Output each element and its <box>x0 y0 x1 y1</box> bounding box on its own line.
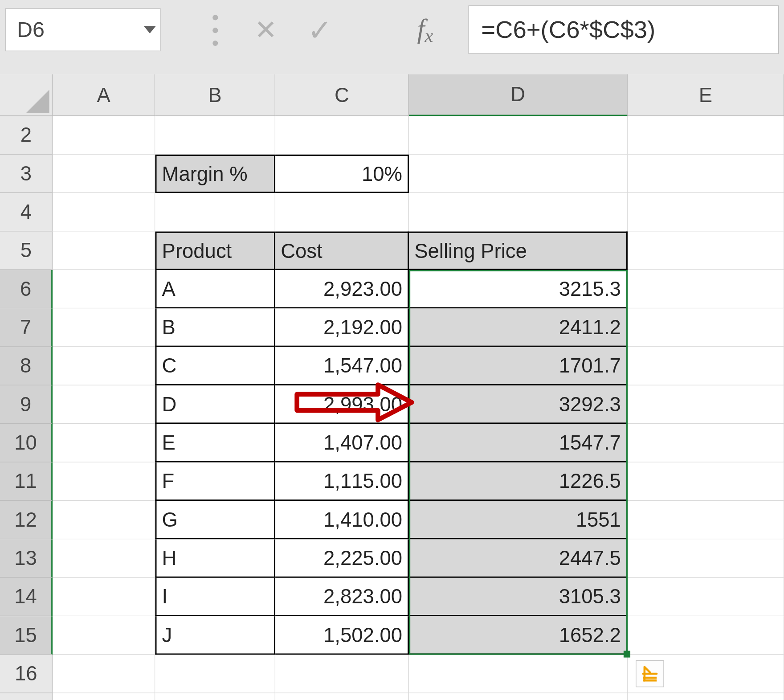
row-header[interactable]: 14 <box>0 578 53 616</box>
cell[interactable] <box>53 308 155 347</box>
cell-selling[interactable]: 1551 <box>409 501 628 539</box>
cell-cost[interactable]: 1,502.00 <box>275 616 409 655</box>
cell-product[interactable]: A <box>155 270 275 308</box>
cell-selling[interactable]: 3215.3 <box>409 270 628 308</box>
cell-product[interactable]: H <box>155 539 275 577</box>
cell-header-product[interactable]: Product <box>155 232 275 270</box>
cell[interactable] <box>53 193 155 231</box>
cell-selling[interactable]: 1701.7 <box>409 347 628 385</box>
cell[interactable] <box>409 693 628 700</box>
cell-selling[interactable]: 1226.5 <box>409 463 628 501</box>
cell-cost[interactable]: 2,993.00 <box>275 385 409 424</box>
cell[interactable] <box>628 308 784 347</box>
cell-selling[interactable]: 3105.3 <box>409 578 628 616</box>
cell-cost[interactable]: 2,923.00 <box>275 270 409 308</box>
formula-input[interactable] <box>468 5 779 54</box>
cell[interactable] <box>275 193 409 231</box>
cell-product[interactable]: B <box>155 308 275 347</box>
cell-cost[interactable]: 2,225.00 <box>275 539 409 577</box>
cell-header-cost[interactable]: Cost <box>275 232 409 270</box>
cell[interactable] <box>53 270 155 308</box>
cell[interactable] <box>53 616 155 655</box>
cell[interactable] <box>53 655 155 693</box>
cell[interactable] <box>628 424 784 462</box>
row-header[interactable]: 13 <box>0 539 53 577</box>
cell[interactable] <box>628 155 784 193</box>
cell-margin-label[interactable]: Margin % <box>155 155 275 193</box>
cell[interactable] <box>409 116 628 155</box>
cell[interactable] <box>53 463 155 501</box>
cell[interactable] <box>409 193 628 231</box>
cell[interactable] <box>628 463 784 501</box>
cell[interactable] <box>628 385 784 424</box>
cell[interactable] <box>53 155 155 193</box>
row-header[interactable]: 10 <box>0 424 53 462</box>
cell[interactable] <box>275 655 409 693</box>
cell-selling[interactable]: 1547.7 <box>409 424 628 462</box>
row-header[interactable]: 15 <box>0 616 53 655</box>
cell[interactable] <box>628 116 784 155</box>
cell-cost[interactable]: 1,115.00 <box>275 463 409 501</box>
cell-selling[interactable]: 3292.3 <box>409 385 628 424</box>
insert-function-button[interactable]: fx <box>398 8 452 51</box>
cell-product[interactable]: E <box>155 424 275 462</box>
cell[interactable] <box>628 501 784 539</box>
cell-product[interactable]: J <box>155 616 275 655</box>
cell[interactable] <box>628 578 784 616</box>
cell[interactable] <box>53 501 155 539</box>
cell[interactable] <box>155 693 275 700</box>
cell[interactable] <box>409 655 628 693</box>
autofill-options-button[interactable] <box>636 660 664 688</box>
chevron-down-icon[interactable] <box>144 26 156 33</box>
cell[interactable] <box>628 270 784 308</box>
row-header[interactable]: 8 <box>0 347 53 385</box>
cell-header-selling[interactable]: Selling Price <box>409 232 628 270</box>
cell[interactable] <box>53 578 155 616</box>
cell-selling[interactable]: 2411.2 <box>409 308 628 347</box>
col-header-D[interactable]: D <box>409 74 628 116</box>
row-header[interactable]: 7 <box>0 308 53 347</box>
cell-margin-value[interactable]: 10% <box>275 155 409 193</box>
cell-cost[interactable]: 1,547.00 <box>275 347 409 385</box>
cell[interactable] <box>275 116 409 155</box>
cell[interactable] <box>53 385 155 424</box>
cell-product[interactable]: I <box>155 578 275 616</box>
row-header[interactable]: 12 <box>0 501 53 539</box>
cell[interactable] <box>628 693 784 700</box>
cell[interactable] <box>53 116 155 155</box>
cell[interactable] <box>275 693 409 700</box>
col-header-C[interactable]: C <box>275 74 409 116</box>
cell-product[interactable]: G <box>155 501 275 539</box>
row-header[interactable]: 3 <box>0 155 53 193</box>
cancel-icon[interactable]: ✕ <box>245 8 286 51</box>
col-header-A[interactable]: A <box>53 74 155 116</box>
enter-icon[interactable]: ✓ <box>300 8 340 51</box>
cell[interactable] <box>409 155 628 193</box>
row-header[interactable]: 11 <box>0 463 53 501</box>
cell-cost[interactable]: 1,407.00 <box>275 424 409 462</box>
cell[interactable] <box>155 193 275 231</box>
row-header[interactable]: 4 <box>0 193 53 231</box>
cell[interactable] <box>53 232 155 270</box>
select-all-triangle[interactable] <box>0 74 53 116</box>
cell[interactable] <box>628 232 784 270</box>
col-header-E[interactable]: E <box>628 74 784 116</box>
row-header[interactable]: 6 <box>0 270 53 308</box>
row-header[interactable]: 16 <box>0 655 53 693</box>
cell[interactable] <box>155 116 275 155</box>
cell-product[interactable]: F <box>155 463 275 501</box>
col-header-B[interactable]: B <box>155 74 275 116</box>
cell-cost[interactable]: 2,823.00 <box>275 578 409 616</box>
cell[interactable] <box>628 193 784 231</box>
cell[interactable] <box>53 424 155 462</box>
cell-cost[interactable]: 2,192.00 <box>275 308 409 347</box>
cell-product[interactable]: D <box>155 385 275 424</box>
cell-product[interactable]: C <box>155 347 275 385</box>
name-box[interactable]: D6 <box>5 8 160 51</box>
cell-selling[interactable]: 1652.2 <box>409 616 628 655</box>
row-header[interactable]: 2 <box>0 116 53 155</box>
cell[interactable] <box>628 539 784 577</box>
cell-selling[interactable]: 2447.5 <box>409 539 628 577</box>
cell[interactable] <box>53 347 155 385</box>
row-header[interactable]: 5 <box>0 232 53 270</box>
